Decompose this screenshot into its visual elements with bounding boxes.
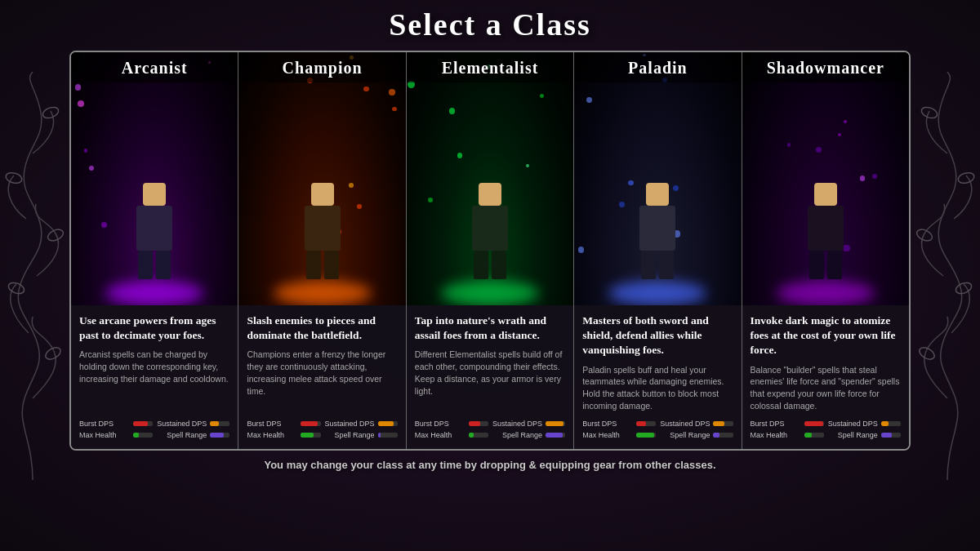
class-image-elementalist: Elementalist <box>407 52 573 305</box>
class-info-elementalist: Tap into nature's wrath and assail foes … <box>407 305 573 449</box>
char-head <box>311 183 334 206</box>
svg-point-0 <box>43 344 62 361</box>
class-info-arcanist: Use arcane powers from ages past to deci… <box>71 305 238 449</box>
stat-bar-burst <box>469 421 488 426</box>
page-title: Select a Class <box>0 0 980 51</box>
class-card-shadowmancer[interactable]: Shadowmancer Invoke dark magic to atomiz… <box>742 52 909 449</box>
stat-label-health: Max Health <box>415 431 466 439</box>
stat-label-range: Spell Range <box>492 431 542 439</box>
class-tagline: Masters of both sword and shield, defend… <box>582 313 733 358</box>
stat-label-health: Max Health <box>79 431 130 439</box>
char-leg-right <box>324 251 339 279</box>
class-name-text: Arcanist <box>122 59 188 77</box>
char-leg-left <box>474 251 488 279</box>
char-legs <box>294 251 351 279</box>
stat-label-health: Max Health <box>751 431 801 439</box>
class-description: Balance "builder" spells that steal enem… <box>751 364 901 412</box>
svg-point-1 <box>7 280 26 295</box>
char-body <box>639 206 675 251</box>
class-image-paladin: Paladin <box>574 52 741 305</box>
stats-section: Burst DPS Sustained DPS Max Health Spell… <box>751 420 901 442</box>
stat-label-burst: Burst DPS <box>415 420 466 428</box>
char-leg-right <box>659 251 674 279</box>
stat-bar-range <box>378 433 398 438</box>
char-leg-left <box>641 251 656 279</box>
stat-label-sustained: Sustained DPS <box>659 420 710 428</box>
class-name-bar: Champion <box>238 52 405 82</box>
stat-label-sustained: Sustained DPS <box>492 420 542 428</box>
stat-bar-sustained <box>210 421 229 426</box>
stat-label-burst: Burst DPS <box>247 420 297 428</box>
stat-bar-health <box>301 433 320 438</box>
stats-section: Burst DPS Sustained DPS Max Health Spell… <box>247 420 397 442</box>
svg-point-4 <box>42 104 60 119</box>
character-model <box>629 183 686 289</box>
stats-section: Burst DPS Sustained DPS Max Health Spell… <box>415 420 565 442</box>
footer-note: You may change your class at any time by… <box>0 451 980 476</box>
class-image-arcanist: Arcanist <box>71 52 238 305</box>
class-card-arcanist[interactable]: Arcanist Use arcane powers from ages pas… <box>71 52 238 449</box>
stat-label-burst: Burst DPS <box>751 420 801 428</box>
class-card-paladin[interactable]: Paladin Masters of both sword and shield… <box>574 52 742 449</box>
stat-bar-sustained <box>378 421 398 426</box>
class-description: Champions enter a frenzy the longer they… <box>247 349 397 411</box>
svg-point-3 <box>5 171 23 184</box>
stat-bar-sustained <box>546 421 565 426</box>
stat-label-range: Spell Range <box>659 431 710 439</box>
stat-bar-sustained <box>713 421 733 426</box>
stat-bar-burst <box>301 421 320 426</box>
stat-bar-range <box>881 433 901 438</box>
stat-row-burst-sustained: Burst DPS Sustained DPS <box>415 420 565 428</box>
class-card-elementalist[interactable]: Elementalist Tap into nature's wrath and… <box>407 52 574 449</box>
class-image-shadowmancer: Shadowmancer <box>742 52 909 305</box>
char-legs <box>126 251 183 279</box>
class-description: Arcanist spells can be charged by holdin… <box>79 349 229 411</box>
svg-point-8 <box>957 171 975 184</box>
stat-bar-health <box>133 433 153 438</box>
class-description: Paladin spells buff and heal your teamma… <box>582 364 733 412</box>
class-name-bar: Paladin <box>574 52 741 82</box>
char-head <box>143 183 166 206</box>
class-description: Different Elementalist spells build off … <box>415 349 565 411</box>
stat-label-burst: Burst DPS <box>79 420 130 428</box>
char-head <box>479 183 501 206</box>
class-name-text: Paladin <box>628 59 688 77</box>
stat-bar-burst <box>804 421 824 426</box>
stat-row-burst-sustained: Burst DPS Sustained DPS <box>751 420 901 428</box>
char-leg-right <box>156 251 171 279</box>
class-info-paladin: Masters of both sword and shield, defend… <box>574 305 741 449</box>
char-legs <box>461 251 519 279</box>
class-info-champion: Slash enemies to pieces and dominate the… <box>238 305 405 449</box>
character-model <box>294 183 351 289</box>
stat-label-sustained: Sustained DPS <box>324 420 375 428</box>
stat-row-burst-sustained: Burst DPS Sustained DPS <box>582 420 733 428</box>
char-leg-left <box>138 251 153 279</box>
char-legs <box>797 251 854 279</box>
stat-label-sustained: Sustained DPS <box>827 420 878 428</box>
stat-row-health-range: Max Health Spell Range <box>79 431 229 439</box>
char-body <box>472 206 508 251</box>
svg-point-5 <box>917 344 936 361</box>
char-head <box>814 183 837 206</box>
stat-row-health-range: Max Health Spell Range <box>415 431 565 439</box>
character-model <box>797 183 854 289</box>
class-name-bar: Arcanist <box>71 52 238 82</box>
char-body <box>136 206 172 251</box>
stats-section: Burst DPS Sustained DPS Max Health Spell… <box>582 420 733 442</box>
stats-section: Burst DPS Sustained DPS Max Health Spell… <box>79 420 229 442</box>
stat-bar-burst <box>636 421 656 426</box>
stat-row-health-range: Max Health Spell Range <box>582 431 733 439</box>
char-leg-left <box>809 251 824 279</box>
stat-row-burst-sustained: Burst DPS Sustained DPS <box>247 420 397 428</box>
stat-label-range: Spell Range <box>827 431 878 439</box>
stat-label-range: Spell Range <box>156 431 207 439</box>
left-decoration <box>0 72 65 480</box>
stat-label-burst: Burst DPS <box>582 420 633 428</box>
svg-point-2 <box>46 227 65 242</box>
stat-row-health-range: Max Health Spell Range <box>247 431 397 439</box>
stat-bar-sustained <box>881 421 901 426</box>
stat-bar-health <box>636 433 656 438</box>
class-card-champion[interactable]: Champion Slash enemies to pieces and dom… <box>238 52 406 449</box>
stat-bar-health <box>469 433 488 438</box>
stat-bar-health <box>804 433 824 438</box>
